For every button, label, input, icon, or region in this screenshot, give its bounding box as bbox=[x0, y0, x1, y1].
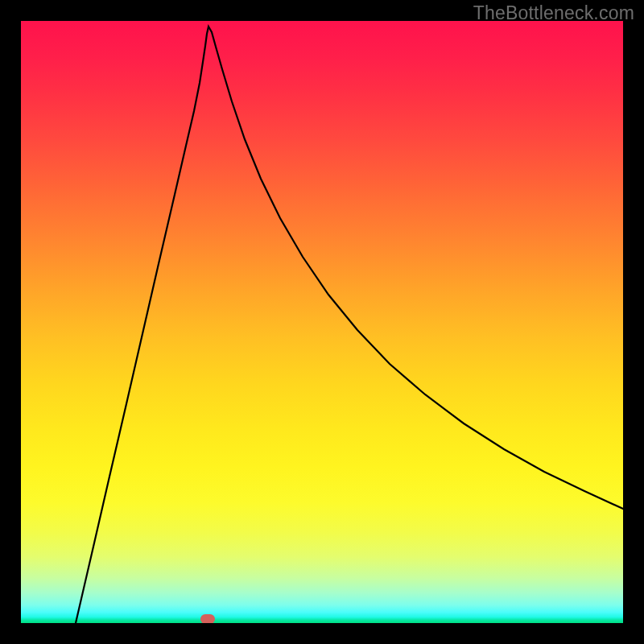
plot-area bbox=[21, 21, 623, 623]
dip-marker-icon bbox=[200, 614, 215, 623]
curve-path bbox=[76, 27, 623, 623]
outer-frame: TheBottleneck.com bbox=[0, 0, 644, 644]
bottleneck-curve bbox=[21, 21, 623, 623]
